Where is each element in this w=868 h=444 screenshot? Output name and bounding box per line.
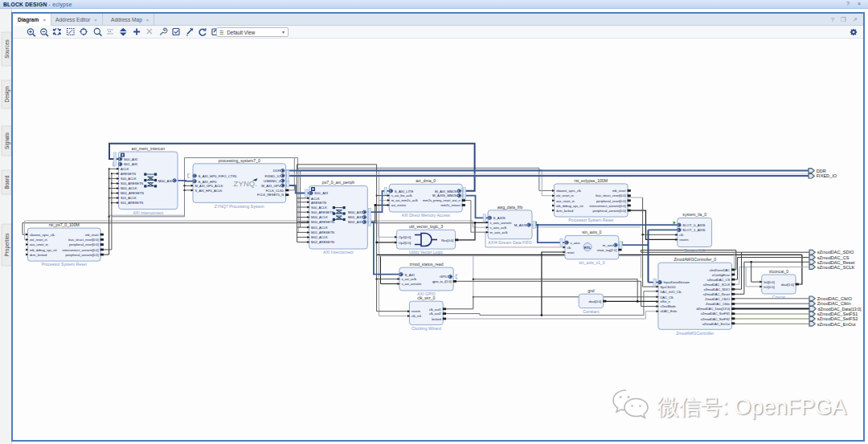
svg-text:sZmodDAC_Reset: sZmodDAC_Reset [703, 292, 731, 296]
svg-text:InputDataStream: InputDataStream [663, 280, 690, 284]
svg-text:s_axi_aclk: s_axi_aclk [401, 277, 416, 281]
svg-text:AXI Direct Memory Access: AXI Direct Memory Access [402, 213, 451, 218]
svg-text:S00_ARESETN: S00_ARESETN [121, 181, 143, 185]
svg-text:RTL: RTL [584, 246, 592, 250]
svg-text:sZmodDAC_SetFS2: sZmodDAC_SetFS2 [817, 316, 858, 321]
svg-text:ARESETN: ARESETN [311, 201, 326, 205]
svg-text:sZmodDAC_EnOut: sZmodDAC_EnOut [702, 322, 731, 326]
svg-text:M_AXI_GP0: M_AXI_GP0 [261, 184, 280, 188]
svg-text:util_vector_logic_3: util_vector_logic_3 [409, 224, 443, 229]
svg-text:axi_mem_intercon: axi_mem_intercon [131, 146, 165, 151]
svg-text:S00_ACLK: S00_ACLK [311, 206, 327, 210]
svg-text:sZmodDAC_SDIO: sZmodDAC_SDIO [817, 250, 854, 255]
svg-text:rst_ps7_0_100M: rst_ps7_0_100M [49, 222, 80, 227]
svg-text:M_AXI_MM2S: M_AXI_MM2S [435, 189, 457, 193]
svg-text:Clocking Wizard: Clocking Wizard [411, 326, 441, 331]
svg-text:ZmodDAC_ClkIn: ZmodDAC_ClkIn [706, 302, 730, 306]
svg-text:AXI4-Stream Data FIFO: AXI4-Stream Data FIFO [488, 240, 531, 245]
svg-text:sRst_n: sRst_n [660, 299, 669, 303]
svg-text:M02_AXI: M02_AXI [348, 220, 362, 224]
svg-text:M02_ACLK: M02_ACLK [311, 235, 328, 239]
svg-text:system_ila_0: system_ila_0 [682, 212, 706, 217]
svg-text:SysClk100: SysClk100 [660, 285, 676, 289]
svg-text:Op2[0:0]: Op2[0:0] [399, 241, 411, 245]
svg-text:M01_ACLK: M01_ACLK [311, 226, 328, 230]
svg-text:sInitDoneDAC: sInitDoneDAC [710, 268, 730, 272]
svg-text:ext_reset_in: ext_reset_in [30, 238, 47, 242]
svg-text:S_AXI: S_AXI [404, 273, 414, 277]
svg-text:S00_AXI: S00_AXI [314, 191, 328, 195]
svg-text:sConfigError: sConfigError [712, 273, 731, 277]
svg-text:dZmodDAC_Data[13:0]: dZmodDAC_Data[13:0] [818, 307, 862, 312]
svg-text:S_AXI_LITE: S_AXI_LITE [395, 189, 414, 193]
svg-text:ZmodDAC_ClkIO: ZmodDAC_ClkIO [705, 297, 730, 301]
svg-text:SLOT_0_AXIS: SLOT_0_AXIS [682, 223, 705, 227]
svg-text:ZmodAWGController_0: ZmodAWGController_0 [674, 257, 716, 262]
svg-text:s_axis_aclk: s_axis_aclk [490, 226, 507, 230]
svg-text:xlconcat_0: xlconcat_0 [769, 269, 789, 274]
svg-text:sZmodDAC_SetFS2: sZmodDAC_SetFS2 [701, 317, 731, 321]
svg-text:M00_AXI: M00_AXI [348, 210, 362, 214]
svg-text:S00_ACLK: S00_ACLK [121, 177, 137, 181]
svg-text:interconnect_aresetn[0:0]: interconnect_aresetn[0:0] [589, 204, 625, 208]
svg-text:state_reg[2:0]: state_reg[2:0] [597, 248, 616, 252]
svg-text:In0[0:0]: In0[0:0] [764, 280, 774, 284]
svg-text:FIXED_IO: FIXED_IO [265, 174, 281, 178]
svg-text:bus_struct_reset[0:0]: bus_struct_reset[0:0] [68, 238, 98, 242]
svg-text:M_AXIS_MM2S: M_AXIS_MM2S [432, 193, 457, 198]
svg-text:S_AXI_HP0_ACLK: S_AXI_HP0_ACLK [195, 189, 223, 193]
svg-text:Processor System Reset: Processor System Reset [568, 218, 614, 222]
svg-text:S_AXI_HP0_FIFO_CTRL: S_AXI_HP0_FIFO_CTRL [199, 174, 238, 178]
svg-text:ZmodAWGController: ZmodAWGController [676, 331, 714, 336]
svg-text:In1[0:0]: In1[0:0] [764, 285, 774, 289]
svg-text:peripheral_aresetn[0:0]: peripheral_aresetn[0:0] [66, 253, 99, 257]
svg-text:S_AXI_HP0: S_AXI_HP0 [199, 180, 218, 184]
svg-text:dout[1:0]: dout[1:0] [781, 283, 794, 287]
svg-text:M00_AXI: M00_AXI [158, 179, 173, 183]
svg-text:slowest_sync_clk: slowest_sync_clk [30, 233, 55, 237]
svg-text:ZmodDAC_ClkIn: ZmodDAC_ClkIn [817, 301, 851, 306]
svg-text:clk_out1: clk_out1 [429, 308, 442, 312]
svg-text:SLOT_1_AXIS: SLOT_1_AXIS [682, 228, 705, 232]
svg-text:S01_AXI: S01_AXI [124, 162, 137, 166]
svg-text:clk_out2: clk_out2 [429, 312, 442, 316]
svg-text:mm2s_prmry_reset_out_n: mm2s_prmry_reset_out_n [423, 198, 461, 202]
svg-text:ext_reset_in: ext_reset_in [556, 193, 574, 198]
svg-text:peripheral_reset[0:0]: peripheral_reset[0:0] [596, 199, 626, 203]
svg-text:sDAC_EnIn: sDAC_EnIn [660, 309, 677, 313]
svg-text:sZmodDAC_SetFS1: sZmodDAC_SetFS1 [701, 312, 731, 316]
svg-text:sZmodDAC_SCLK: sZmodDAC_SCLK [703, 283, 731, 287]
svg-text:axi_resetn: axi_resetn [391, 203, 406, 207]
svg-text:clk: clk [567, 246, 571, 250]
svg-text:M01_ARESETN: M01_ARESETN [311, 230, 334, 234]
svg-text:m_axis_aclk: m_axis_aclk [490, 230, 508, 234]
svg-text:bus_struct_reset[0:0]: bus_struct_reset[0:0] [596, 193, 625, 198]
svg-text:S00_AXI: S00_AXI [124, 157, 137, 161]
svg-text:m_axi_mm2s_aclk: m_axi_mm2s_aclk [391, 198, 418, 202]
svg-text:rst_eclypse_100M: rst_eclypse_100M [575, 178, 608, 183]
svg-text:sZmodDAC_CS: sZmodDAC_CS [707, 278, 731, 282]
svg-text:DAC_InIO_Clk: DAC_InIO_Clk [660, 290, 681, 294]
svg-text:FIXED_IO: FIXED_IO [817, 173, 837, 178]
svg-text:resetn: resetn [411, 309, 420, 313]
svg-text:S01_ACLK: S01_ACLK [121, 196, 137, 200]
svg-text:s_axis_aresetn: s_axis_aresetn [490, 221, 512, 225]
svg-text:Constant: Constant [583, 309, 600, 314]
svg-text:dcm_locked: dcm_locked [556, 209, 573, 213]
svg-text:AXI Interconnect: AXI Interconnect [133, 210, 163, 215]
svg-text:ARESETN: ARESETN [121, 172, 136, 176]
svg-text:resetn: resetn [679, 238, 688, 242]
svg-text:DDR: DDR [817, 169, 826, 173]
svg-text:awg_data_fifo: awg_data_fifo [497, 205, 523, 210]
svg-text:Concat: Concat [772, 295, 786, 299]
svg-text:ps7_0_axi_periph: ps7_0_axi_periph [322, 180, 354, 185]
svg-text:mb_debug_sys_rst: mb_debug_sys_rst [30, 248, 58, 252]
svg-text:dcm_locked: dcm_locked [30, 253, 47, 257]
svg-text:S01_ARESETN: S01_ARESETN [121, 201, 143, 205]
svg-text:clk_in1: clk_in1 [411, 314, 422, 318]
svg-text:aux_reset_in: aux_reset_in [556, 199, 575, 203]
svg-text:DAC_Clk: DAC_Clk [660, 295, 673, 299]
svg-text:m_axis: m_axis [603, 243, 614, 247]
svg-text:S_AXIS: S_AXIS [493, 216, 506, 220]
svg-text:M00_ACLK: M00_ACLK [311, 215, 328, 219]
